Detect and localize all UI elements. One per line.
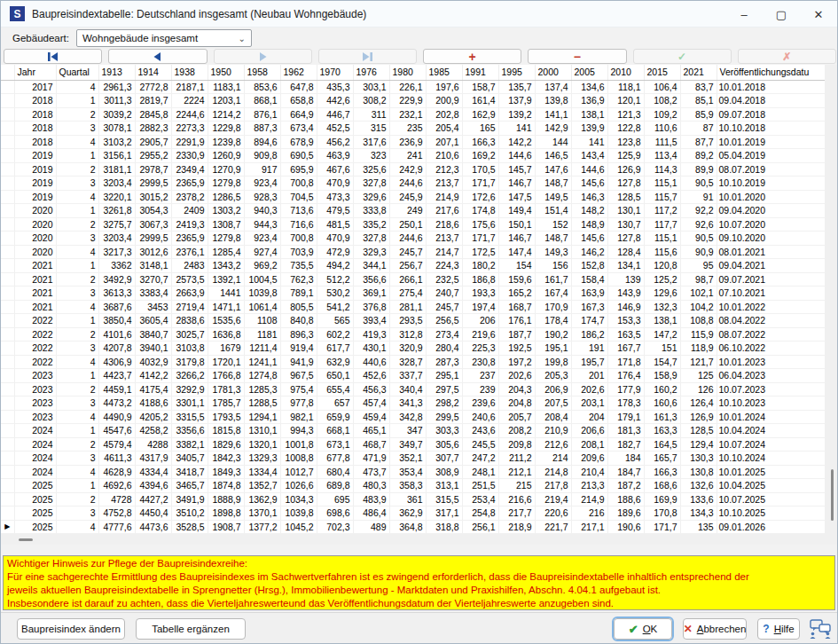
vertical-scrollbar[interactable] xyxy=(825,65,838,545)
cell: 982,1 xyxy=(280,410,317,424)
change-index-button[interactable]: Baupreisindex ändern xyxy=(17,618,125,640)
x-icon: ✕ xyxy=(684,623,693,635)
cancel-button[interactable]: ✕ Abbrechen xyxy=(683,618,747,640)
chat-bubbles-icon xyxy=(809,618,832,640)
nav-delete-record-button[interactable]: − xyxy=(528,49,626,64)
cell: 06.04.2023 xyxy=(717,369,825,383)
cell: 4188,6 xyxy=(135,397,171,411)
ok-button[interactable]: ✔ OK xyxy=(614,618,672,640)
cell: 1308,7 xyxy=(208,217,244,232)
table-row[interactable]: 202344490,94205,23315,51793,51294,1982,1… xyxy=(1,410,825,424)
cell: 369,1 xyxy=(353,287,389,301)
cell: 456,2 xyxy=(317,135,353,149)
table-row[interactable]: 2021133623148,124831343,2969,2735,5494,2… xyxy=(1,259,825,273)
nav-post-edit-button[interactable]: ✓ xyxy=(633,49,732,64)
table-row[interactable]: 201943220,13015,22378,21286,5928,3704,54… xyxy=(1,190,825,204)
table-row[interactable]: ▶202544777,64473,63528,51908,71377,21045… xyxy=(1,520,825,534)
cell: 762,3 xyxy=(280,272,317,287)
plus-icon: + xyxy=(469,51,476,63)
cell: 129,4 xyxy=(680,437,717,452)
cell: 4628,9 xyxy=(98,465,135,479)
cell: 489 xyxy=(353,520,389,534)
cell: 3275,7 xyxy=(98,217,135,232)
cell: 212,6 xyxy=(535,437,571,452)
cell: 3292,9 xyxy=(171,382,208,397)
cell: 1908,7 xyxy=(208,520,244,534)
table-row[interactable]: 202424579,442883382,11829,61320,11001,86… xyxy=(1,437,825,452)
cell: 167,4 xyxy=(535,287,571,301)
cell: 853,6 xyxy=(244,80,280,94)
table-row[interactable]: 201913156,12955,22330,91260,9909,8690,54… xyxy=(1,149,825,163)
cell: 186,2 xyxy=(571,327,607,342)
cell: 1441 xyxy=(208,287,244,301)
table-row[interactable]: 202234207,83940,13103,816791211,4919,461… xyxy=(1,342,825,356)
nav-first-record-button[interactable] xyxy=(4,49,102,64)
cell: 3 xyxy=(56,397,98,411)
cell: 139,2 xyxy=(498,107,535,122)
cell: 293,5 xyxy=(389,314,426,328)
table-row[interactable]: 202224101,63840,73025,71636,81181896,360… xyxy=(1,327,825,342)
minimize-button[interactable]: – xyxy=(725,1,763,27)
table-row[interactable]: 201933203,42999,52365,91279,8923,4700,84… xyxy=(1,177,825,191)
cell: 969,2 xyxy=(244,259,280,273)
cell: 658,8 xyxy=(280,94,317,108)
table-row[interactable]: 202434611,34317,93405,71842,31329,31008,… xyxy=(1,452,825,466)
cell: 138,1 xyxy=(571,107,607,122)
cell: 161,7 xyxy=(535,272,571,287)
table-row[interactable]: 202314423,74142,23266,21766,81274,8967,5… xyxy=(1,369,825,383)
table-row[interactable]: 201813011,32819,722241203,1868,1658,8442… xyxy=(1,94,825,108)
table-row[interactable]: 202414547,64258,23356,61815,81310,1994,3… xyxy=(1,424,825,438)
table-row[interactable]: 2025247284427,23491,91888,91362,91034,36… xyxy=(1,492,825,507)
table-row[interactable]: 201823039,22845,82244,61214,2876,1664,94… xyxy=(1,107,825,122)
cell: 171,7 xyxy=(644,520,680,534)
nav-last-record-button[interactable] xyxy=(318,49,417,64)
cell: 459,4 xyxy=(353,410,389,424)
row-indicator xyxy=(1,300,14,314)
help-button[interactable]: ? Hilfe xyxy=(757,618,800,640)
nav-prior-record-button[interactable] xyxy=(108,49,207,64)
cell: 308,2 xyxy=(353,94,389,108)
table-row[interactable]: 202133613,33383,42663,914411039,8789,153… xyxy=(1,287,825,301)
row-indicator xyxy=(1,355,14,369)
cell: 212,3 xyxy=(426,162,462,177)
cell: 2 xyxy=(56,437,98,452)
table-row[interactable]: 202143687,634532719,41471,11061,4805,554… xyxy=(1,300,825,314)
cell: 4427,2 xyxy=(135,492,171,507)
table-row[interactable]: 201742961,32772,82187,11183,1853,6647,84… xyxy=(1,80,825,94)
table-row[interactable]: 202444628,94334,43418,71849,31334,41012,… xyxy=(1,465,825,479)
table-row[interactable]: 201923181,12978,72349,41270,9917695,9467… xyxy=(1,162,825,177)
cell: 1039,8 xyxy=(280,507,317,521)
table-row[interactable]: 202244306,94032,93179,81720,11241,1941,9… xyxy=(1,355,825,369)
cell: 1352,7 xyxy=(244,479,280,493)
table-row[interactable]: 202033203,42999,52365,91279,8923,4700,84… xyxy=(1,232,825,246)
cell: 320,9 xyxy=(389,342,426,356)
horizontal-scrollbar[interactable] xyxy=(1,534,825,545)
table-row[interactable]: 201843103,22905,72291,91239,8894,6678,94… xyxy=(1,135,825,149)
cell: 3181,1 xyxy=(98,162,135,177)
table-row[interactable]: 201833078,12882,32273,31229,8887,3673,44… xyxy=(1,122,825,136)
horizontal-scrollbar-thumb[interactable] xyxy=(19,538,33,541)
nav-cancel-edit-button[interactable]: ✗ xyxy=(738,49,836,64)
support-chat-button[interactable] xyxy=(807,618,834,640)
table-row[interactable]: 202324459,14175,43292,91781,31285,3975,4… xyxy=(1,382,825,397)
maximize-button[interactable]: ▢ xyxy=(763,1,800,27)
table-row[interactable]: 202514692,64394,63465,71874,81352,71026,… xyxy=(1,479,825,493)
table-row[interactable]: 202013261,83054,324091303,2940,3713,6479… xyxy=(1,204,825,218)
cell: 137,4 xyxy=(535,80,571,94)
table-row[interactable]: 202334473,24188,63301,11785,71288,5977,8… xyxy=(1,397,825,411)
nav-next-record-button[interactable] xyxy=(214,49,312,64)
vertical-scrollbar-thumb[interactable] xyxy=(831,469,834,521)
table-row[interactable]: 202023275,73067,32419,31308,7944,3716,64… xyxy=(1,217,825,232)
cell: 3315,5 xyxy=(171,410,208,424)
table-row[interactable]: 202534752,84450,43510,21898,81370,11039,… xyxy=(1,507,825,521)
table-row[interactable]: 202213850,43605,42838,61535,61108840,856… xyxy=(1,314,825,328)
table-row[interactable]: 202043217,33012,62376,11285,4927,4703,94… xyxy=(1,245,825,259)
cell: 134,1 xyxy=(607,259,644,273)
extend-table-button[interactable]: Tabelle ergänzen xyxy=(136,618,246,640)
nav-insert-record-button[interactable]: + xyxy=(423,49,521,64)
close-button[interactable]: ✕ xyxy=(800,1,837,27)
table-row[interactable]: 202123492,93270,72573,51392,11004,5762,3… xyxy=(1,272,825,287)
cell: 10.10.2018 xyxy=(717,122,825,136)
cell: 2025 xyxy=(14,492,56,507)
building-type-select[interactable]: Wohngebäude insgesamt ⌄ xyxy=(76,29,252,47)
